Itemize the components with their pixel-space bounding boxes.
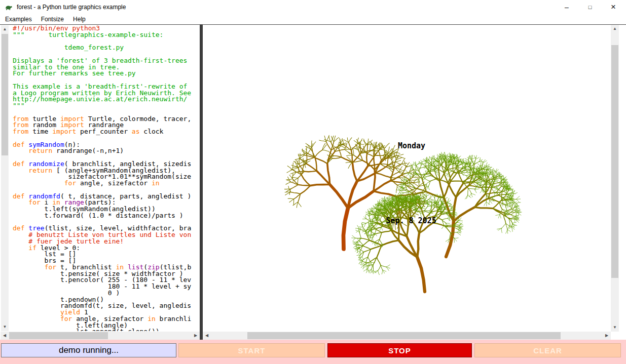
code-line: For further remarks see tree.py	[13, 70, 199, 77]
code-line: from time import perf_counter as clock	[13, 129, 199, 135]
canvas-text: Sep. 8 2025	[386, 216, 436, 225]
clear-button[interactable]: CLEAR	[474, 343, 621, 357]
code-line: for angle, sizefactor in	[13, 180, 199, 187]
canvas-horizontal-scrollbar[interactable]: ◀ ▶	[203, 332, 611, 340]
title-bar: forest - a Python turtle graphics exampl…	[0, 0, 626, 14]
main-content: ▲ ▼ #!/usr/bin/env python3""" turtlegrap…	[0, 24, 626, 340]
forest-drawing	[203, 25, 611, 332]
scroll-left-icon[interactable]: ◀	[203, 332, 211, 340]
scroll-right-icon[interactable]: ▶	[192, 332, 200, 340]
code-line: tdemo_forest.py	[13, 45, 199, 51]
turtle-canvas: MondaySep. 8 2025	[203, 25, 611, 332]
menu-fontsize[interactable]: Fontsize	[36, 15, 68, 24]
minimize-button[interactable]: –	[555, 0, 578, 14]
canvas-horizontal-scrollbar-thumb[interactable]	[247, 332, 561, 339]
scroll-down-icon[interactable]: ▼	[1, 323, 9, 331]
scroll-right-icon[interactable]: ▶	[603, 332, 611, 340]
menu-help[interactable]: Help	[68, 15, 90, 24]
code-horizontal-scrollbar[interactable]: ◀ ▶	[1, 332, 200, 340]
maximize-button[interactable]: □	[578, 0, 602, 14]
scroll-down-icon[interactable]: ▼	[611, 323, 619, 332]
canvas-text: Monday	[398, 141, 425, 150]
stop-button[interactable]: STOP	[327, 343, 472, 357]
code-line: http://homepage.univie.ac.at/erich.neuwi…	[13, 96, 199, 103]
status-label: demo running...	[1, 343, 176, 357]
app-icon	[5, 3, 13, 11]
window-controls: – □ ×	[555, 0, 625, 14]
code-text[interactable]: #!/usr/bin/env python3""" turtlegraphics…	[13, 25, 199, 331]
menu-examples[interactable]: Examples	[0, 15, 36, 24]
code-line: """	[13, 103, 199, 109]
app-window: forest - a Python turtle graphics exampl…	[0, 0, 626, 364]
code-vertical-scrollbar[interactable]: ▲ ▼	[1, 25, 9, 331]
canvas-vertical-scrollbar[interactable]: ▲ ▼	[611, 25, 619, 332]
code-line: """ turtlegraphics-example-suite:	[13, 32, 199, 38]
code-line: lst.append(t.clone())	[13, 329, 199, 331]
code-line: t.forward( (1.0 * distance)/parts )	[13, 213, 199, 219]
close-button[interactable]: ×	[602, 0, 625, 14]
status-bar: demo running... START STOP CLEAR	[0, 340, 626, 364]
canvas-vertical-scrollbar-thumb[interactable]	[611, 45, 618, 278]
window-title: forest - a Python turtle graphics exampl…	[17, 4, 126, 11]
code-horizontal-scrollbar-thumb[interactable]	[9, 332, 108, 339]
menu-bar: Examples Fontsize Help	[0, 14, 626, 24]
scroll-up-icon[interactable]: ▲	[611, 25, 619, 33]
scroll-left-icon[interactable]: ◀	[1, 332, 9, 340]
code-vertical-scrollbar-thumb[interactable]	[2, 34, 8, 155]
start-button[interactable]: START	[178, 343, 325, 357]
code-line: return randrange(-n,n+1)	[13, 148, 199, 154]
scroll-up-icon[interactable]: ▲	[1, 25, 9, 33]
